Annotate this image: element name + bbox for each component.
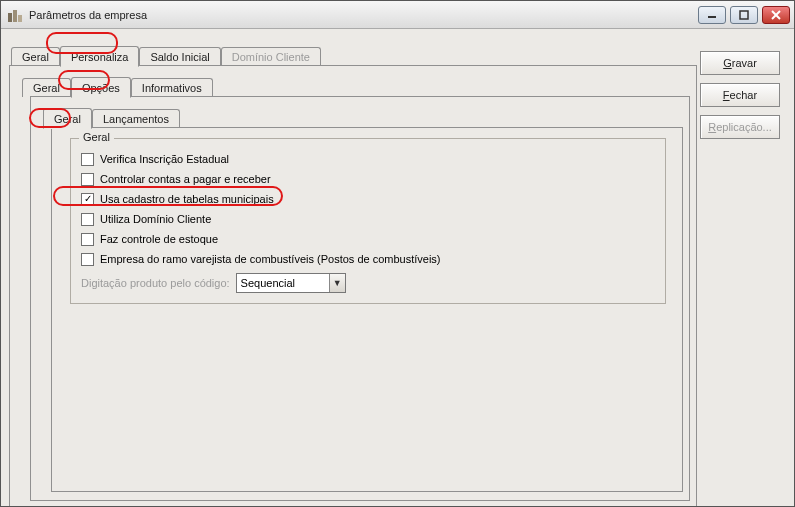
tab-outer-geral[interactable]: Geral xyxy=(11,47,60,66)
close-button[interactable] xyxy=(762,6,790,24)
outer-panel: Geral Opções Informativos Geral Lançamen… xyxy=(9,65,697,507)
chk-tabelas-municipais-label: Usa cadastro de tabelas municipais xyxy=(100,193,274,205)
chk-controle-estoque[interactable] xyxy=(81,233,94,246)
window-title: Parâmetros da empresa xyxy=(29,9,698,21)
tab-inner-lancamentos[interactable]: Lançamentos xyxy=(92,109,180,128)
tab-outer-personaliza[interactable]: Personaliza xyxy=(60,46,139,67)
tab-mid-informativos[interactable]: Informativos xyxy=(131,78,213,97)
inner-panel: Geral Verifica Inscrição Estadual Contro… xyxy=(51,127,683,492)
chk-dominio-cliente[interactable] xyxy=(81,213,94,226)
digitacao-label: Digitação produto pelo código: xyxy=(81,277,230,289)
chk-verifica-inscricao[interactable] xyxy=(81,153,94,166)
tab-inner-geral[interactable]: Geral xyxy=(43,108,92,129)
tab-mid-opcoes[interactable]: Opções xyxy=(71,77,131,98)
tab-mid-geral[interactable]: Geral xyxy=(22,78,71,97)
mid-panel: Geral Lançamentos Geral Verifica Inscriç… xyxy=(30,96,690,501)
svg-rect-4 xyxy=(740,11,748,19)
chevron-down-icon: ▼ xyxy=(329,274,345,292)
chk-ramo-combustiveis-label: Empresa do ramo varejista de combustívei… xyxy=(100,253,441,265)
svg-rect-1 xyxy=(13,10,17,22)
svg-rect-2 xyxy=(18,15,22,22)
svg-rect-0 xyxy=(8,13,12,22)
chk-controlar-contas-label: Controlar contas a pagar e receber xyxy=(100,173,271,185)
maximize-button[interactable] xyxy=(730,6,758,24)
group-legend: Geral xyxy=(79,131,114,143)
chk-verifica-inscricao-label: Verifica Inscrição Estadual xyxy=(100,153,229,165)
digitacao-combo-value: Sequencial xyxy=(241,277,295,289)
group-geral: Geral Verifica Inscrição Estadual Contro… xyxy=(70,138,666,304)
chk-tabelas-municipais[interactable]: ✓ xyxy=(81,193,94,206)
inner-tabstrip: Geral Lançamentos xyxy=(41,105,689,127)
chk-controle-estoque-label: Faz controle de estoque xyxy=(100,233,218,245)
titlebar: Parâmetros da empresa xyxy=(1,1,794,29)
tab-outer-saldo-inicial[interactable]: Saldo Inicial xyxy=(139,47,220,66)
mid-tabstrip: Geral Opções Informativos xyxy=(20,74,696,96)
tab-outer-dominio-cliente: Domínio Cliente xyxy=(221,47,321,66)
chk-controlar-contas[interactable] xyxy=(81,173,94,186)
outer-tabstrip: Geral Personaliza Saldo Inicial Domínio … xyxy=(9,43,786,65)
chk-dominio-cliente-label: Utiliza Domínio Cliente xyxy=(100,213,211,225)
minimize-button[interactable] xyxy=(698,6,726,24)
digitacao-combo[interactable]: Sequencial ▼ xyxy=(236,273,346,293)
app-icon xyxy=(7,7,23,23)
window-controls xyxy=(698,6,790,24)
client-area: Gravar Fechar Replicação... Geral Person… xyxy=(1,29,794,506)
chk-ramo-combustiveis[interactable] xyxy=(81,253,94,266)
